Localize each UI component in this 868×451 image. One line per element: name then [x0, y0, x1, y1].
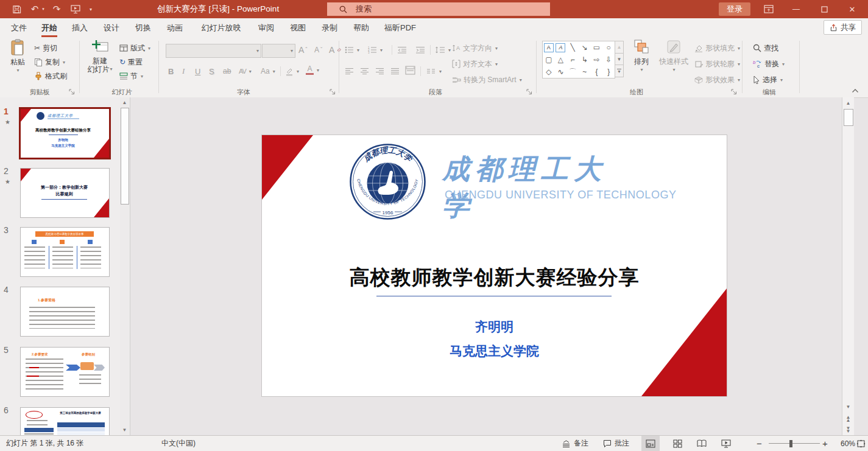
tab-home[interactable]: 开始 — [34, 18, 65, 37]
decrease-indent-button[interactable] — [397, 44, 407, 56]
shape-right-arrow-icon[interactable]: ⇨ — [591, 54, 602, 65]
shape-scribble-icon[interactable]: ∿ — [555, 66, 566, 77]
text-direction-button[interactable]: A 文字方向 ▾ — [452, 42, 498, 54]
shape-down-arrow-icon[interactable]: ⇩ — [603, 54, 614, 65]
font-size-combobox[interactable]: ▾ — [262, 44, 295, 58]
tab-animations[interactable]: 动画 — [160, 18, 190, 37]
bold-button[interactable]: B — [168, 65, 174, 77]
shapes-gallery-scrollbar[interactable]: ▲ ▼ ▼ — [615, 41, 624, 77]
drawing-dialog-launcher-icon[interactable] — [731, 89, 737, 95]
slide-sorter-view-button[interactable] — [668, 436, 686, 451]
cut-button[interactable]: ✂ 剪切 — [34, 42, 57, 54]
align-center-button[interactable] — [360, 65, 369, 77]
minimize-button[interactable]: — — [787, 0, 805, 18]
zoom-out-button[interactable]: − — [757, 436, 762, 451]
thumbnail-scrollbar[interactable]: ▲ ▼ — [120, 97, 129, 435]
character-spacing-button[interactable]: AV▾ — [239, 65, 251, 77]
fit-slide-to-window-icon[interactable] — [856, 436, 866, 451]
shapes-more-icon[interactable]: ▼ — [615, 65, 624, 77]
slide-editing-surface[interactable]: 成都理工大学 CHENGDU UNIVERSITY OF TECHNOLOGY … — [262, 135, 727, 396]
shapes-gallery[interactable]: A A ╲ ↘ ▭ ○ ▢ △ ⌐ ↳ ⇨ ⇩ ◇ ∿ ⌒ ~ { } — [542, 41, 615, 79]
underline-button[interactable]: U — [195, 65, 200, 77]
university-name-chinese[interactable]: 成都理工大学 — [442, 151, 637, 224]
tab-record[interactable]: 录制 — [314, 18, 345, 37]
highlight-color-button[interactable]: ▾ — [285, 65, 299, 77]
tab-design[interactable]: 设计 — [96, 18, 127, 37]
tab-file[interactable]: 文件 — [4, 18, 34, 37]
collapse-ribbon-icon[interactable] — [852, 88, 859, 93]
previous-slide-button[interactable]: ▲▲ — [842, 414, 854, 424]
font-dialog-launcher-icon[interactable] — [330, 89, 336, 95]
increase-indent-button[interactable] — [415, 44, 425, 56]
zoom-in-button[interactable]: + — [822, 436, 828, 451]
vertical-textbox-icon[interactable]: A — [556, 43, 565, 52]
redo-icon[interactable]: ↷ — [50, 0, 63, 18]
align-right-button[interactable] — [375, 65, 384, 77]
zoom-level[interactable]: 60% — [833, 436, 855, 451]
shape-arc-icon[interactable]: ⌒ — [567, 66, 578, 77]
clipboard-dialog-launcher-icon[interactable] — [69, 89, 75, 95]
reset-button[interactable]: ↻ 重置 — [119, 56, 143, 68]
shape-elbow-connector-icon[interactable]: ⌐ — [567, 54, 578, 65]
language-indicator[interactable]: 中文(中国) — [161, 436, 196, 451]
select-button[interactable]: 选择 ▾ — [753, 74, 783, 86]
slide-1-thumbnail[interactable]: 成都理工大学 高校教师教学创新大赛经验分享 齐明明 马克思主义学院 — [19, 107, 111, 159]
section-button[interactable]: 节 ▾ — [119, 70, 143, 82]
slide-3-thumbnail[interactable]: 思想政治理论课教学类全国赛事 — [20, 227, 110, 277]
bullets-button[interactable]: ▾ — [345, 44, 359, 56]
shape-line-arrow-icon[interactable]: ↘ — [579, 42, 590, 53]
arrange-button[interactable]: 排列 ▾ — [629, 39, 654, 74]
ribbon-display-options-icon[interactable] — [760, 0, 777, 18]
decrease-font-size-button[interactable]: Aˇ — [314, 44, 322, 56]
zoom-slider-track[interactable] — [769, 443, 820, 444]
slide-4-thumbnail[interactable]: 1.参赛资格 — [20, 287, 110, 337]
undo-dropdown-icon[interactable]: ▾ — [40, 0, 46, 18]
close-button[interactable]: ✕ — [843, 0, 861, 18]
format-painter-button[interactable]: 格式刷 — [34, 70, 67, 82]
paste-button[interactable]: 粘贴 ▾ — [5, 39, 30, 75]
horizontal-textbox-icon[interactable]: A — [544, 43, 554, 52]
share-button[interactable]: 共享 — [824, 20, 862, 35]
canvas-scrollbar[interactable]: ▲ ▼ ▲▲ ▼▼ — [842, 97, 854, 435]
search-input[interactable]: 搜索 — [327, 2, 550, 16]
start-slideshow-icon[interactable] — [68, 0, 83, 18]
next-slide-button[interactable]: ▼▼ — [842, 425, 854, 435]
shape-fill-button[interactable]: 形状填充 ▾ — [694, 42, 740, 54]
convert-smartart-button[interactable]: 转换为 SmartArt ▾ — [452, 74, 522, 86]
thumbnail-scroll-up-icon[interactable]: ▲ — [120, 97, 129, 107]
thumbnail-scrollbar-thumb[interactable] — [121, 108, 129, 205]
shape-line-icon[interactable]: ╲ — [567, 42, 578, 53]
shape-rounded-rectangle-icon[interactable]: ▢ — [543, 54, 554, 65]
shape-rectangle-icon[interactable]: ▭ — [591, 42, 602, 53]
strikethrough-button[interactable]: ab — [223, 65, 231, 77]
save-icon[interactable] — [9, 0, 24, 18]
slide-corner-triangle-top-left[interactable] — [262, 135, 313, 200]
tab-foxit-pdf[interactable]: 福昕PDF — [378, 18, 423, 37]
tab-help[interactable]: 帮助 — [346, 18, 376, 37]
notes-toggle-button[interactable]: 备注 — [562, 436, 588, 451]
shape-oval-icon[interactable]: ○ — [603, 42, 614, 53]
zoom-slider-thumb[interactable] — [789, 440, 792, 447]
new-slide-button[interactable]: 新建 幻灯片▾ — [84, 39, 116, 74]
align-text-button[interactable]: 对齐文本 ▾ — [452, 58, 498, 70]
tab-view[interactable]: 视图 — [283, 18, 313, 37]
clear-formatting-button[interactable]: A — [329, 44, 341, 56]
shape-elbow-arrow-icon[interactable]: ↳ — [579, 54, 590, 65]
line-spacing-button[interactable]: ▾ — [435, 44, 451, 56]
canvas-scroll-up-icon[interactable]: ▲ — [842, 97, 854, 108]
font-color-button[interactable]: A ▾ — [306, 64, 319, 76]
numbering-button[interactable]: 123 ▾ — [368, 44, 383, 56]
slide-canvas[interactable]: 成都理工大学 CHENGDU UNIVERSITY OF TECHNOLOGY … — [130, 97, 853, 435]
slideshow-view-button[interactable] — [717, 436, 735, 451]
font-name-combobox[interactable]: ▾ — [166, 44, 261, 58]
change-case-button[interactable]: Aa▾ — [261, 65, 275, 77]
slide-counter[interactable]: 幻灯片 第 1 张, 共 16 张 — [6, 436, 83, 451]
login-button[interactable]: 登录 — [719, 2, 750, 16]
university-name-english[interactable]: CHENGDU UNIVERSITY OF TECHNOLOGY — [445, 189, 676, 201]
shape-triangle-icon[interactable]: △ — [555, 54, 566, 65]
paragraph-dialog-launcher-icon[interactable] — [526, 89, 532, 95]
thumbnail-scroll-down-icon[interactable]: ▼ — [120, 425, 129, 435]
slide-2-thumbnail[interactable]: 第一部分：教学创新大赛 比赛规则 — [20, 168, 110, 218]
slide-presenter-name[interactable]: 齐明明 — [262, 318, 727, 335]
layout-button[interactable]: 版式 ▾ — [119, 42, 150, 54]
